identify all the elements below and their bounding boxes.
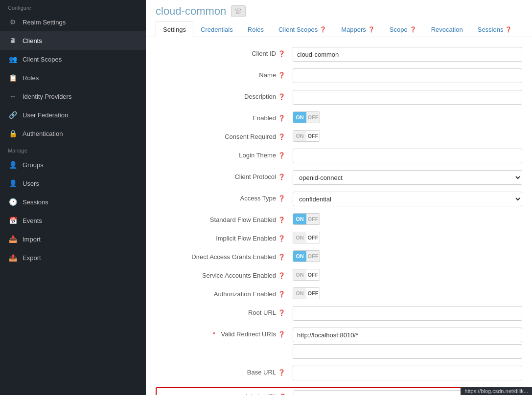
client-protocol-select[interactable]: openid-connect saml (293, 170, 522, 185)
import-icon: 📥 (8, 234, 18, 244)
manage-section-label: Manage (0, 143, 146, 155)
authorization-toggle[interactable]: ON OFF (293, 287, 320, 299)
sessions-help-icon: ❓ (505, 26, 512, 33)
sidebar-item-label: Roles (23, 74, 39, 82)
implicit-flow-toggle[interactable]: ON OFF (293, 232, 320, 243)
direct-access-help-icon[interactable]: ❓ (278, 254, 285, 261)
root-url-help-icon[interactable]: ❓ (278, 309, 285, 316)
client-protocol-field: openid-connect saml (293, 170, 522, 185)
sidebar-item-label: User Federation (23, 111, 68, 119)
sidebar: Configure ⚙ Realm Settings 🖥 Clients 👥 C… (0, 0, 146, 395)
sidebar-item-roles[interactable]: 📋 Roles (0, 68, 146, 87)
sidebar-item-authentication[interactable]: 🔒 Authentication (0, 124, 146, 143)
sidebar-item-client-scopes[interactable]: 👥 Client Scopes (0, 50, 146, 68)
authorization-label: Authorization Enabled ❓ (156, 287, 293, 298)
tab-client-scopes[interactable]: Client Scopes ❓ (271, 22, 334, 37)
user-federation-icon: 🔗 (8, 110, 18, 120)
sidebar-item-identity-providers[interactable]: ↔ Identity Providers (0, 87, 146, 106)
enabled-help-icon[interactable]: ❓ (278, 115, 285, 122)
root-url-input[interactable] (293, 306, 522, 321)
tab-scope[interactable]: Scope ❓ (382, 22, 424, 37)
if-toggle-on: ON (293, 232, 306, 243)
login-theme-input[interactable] (293, 149, 522, 163)
direct-access-toggle[interactable]: ON OFF (293, 250, 320, 262)
enabled-toggle[interactable]: ON OFF (293, 111, 320, 123)
auth-toggle-on: ON (293, 288, 306, 299)
sidebar-item-realm-settings[interactable]: ⚙ Realm Settings (0, 13, 146, 31)
base-url-help-icon[interactable]: ❓ (278, 369, 285, 376)
standard-flow-label: Standard Flow Enabled ❓ (156, 213, 293, 223)
service-accounts-help-icon[interactable]: ❓ (278, 272, 285, 279)
sidebar-item-users[interactable]: 👤 Users (0, 174, 146, 193)
access-type-field: confidential public bearer-only (293, 192, 522, 206)
description-help-icon[interactable]: ❓ (278, 93, 285, 100)
da-toggle-off: OFF (306, 251, 320, 262)
service-accounts-field: ON OFF (293, 269, 522, 281)
description-input[interactable] (293, 90, 522, 105)
tab-roles[interactable]: Roles (240, 22, 271, 37)
sidebar-item-label: Import (23, 236, 41, 243)
sidebar-item-label: Users (23, 180, 39, 187)
implicit-flow-help-icon[interactable]: ❓ (278, 235, 285, 242)
valid-redirect-input-1[interactable] (293, 328, 522, 342)
consent-help-icon[interactable]: ❓ (278, 133, 285, 140)
page-header: cloud-common 🗑 (146, 0, 532, 18)
access-type-help-icon[interactable]: ❓ (278, 195, 285, 202)
base-url-row: Base URL ❓ (156, 366, 522, 380)
service-accounts-toggle[interactable]: ON OFF (293, 269, 320, 281)
description-field (293, 90, 522, 105)
export-icon: 📤 (8, 253, 18, 263)
base-url-field (293, 366, 522, 380)
sidebar-item-export[interactable]: 📤 Export (0, 248, 146, 267)
client-id-label: Client ID ❓ (156, 47, 293, 57)
standard-flow-help-icon[interactable]: ❓ (278, 217, 285, 223)
client-id-help-icon[interactable]: ❓ (278, 50, 285, 57)
tab-settings[interactable]: Settings (156, 22, 193, 37)
sidebar-item-label: Client Scopes (23, 56, 62, 63)
base-url-input[interactable] (293, 366, 522, 380)
consent-field: ON OFF (293, 130, 522, 142)
login-theme-help-icon[interactable]: ❓ (278, 152, 285, 159)
identity-providers-icon: ↔ (8, 91, 18, 101)
authorization-help-icon[interactable]: ❓ (278, 291, 285, 298)
realm-settings-icon: ⚙ (8, 17, 18, 27)
tab-credentials[interactable]: Credentials (193, 22, 240, 37)
redirect-uris-container (293, 328, 522, 359)
client-protocol-help-icon[interactable]: ❓ (278, 174, 285, 180)
scope-help-icon: ❓ (410, 26, 416, 33)
consent-required-row: Consent Required ❓ ON OFF (156, 130, 522, 142)
enabled-label: Enabled ❓ (156, 111, 293, 122)
sidebar-item-events[interactable]: 📅 Events (0, 211, 146, 230)
sidebar-item-label: Events (23, 217, 42, 224)
standard-flow-toggle[interactable]: ON OFF (293, 213, 320, 225)
access-type-select[interactable]: confidential public bearer-only (293, 192, 522, 206)
sidebar-item-label: Groups (23, 161, 44, 169)
tab-sessions[interactable]: Sessions ❓ (470, 22, 520, 37)
sidebar-item-label: Realm Settings (23, 19, 66, 26)
sidebar-item-user-federation[interactable]: 🔗 User Federation (0, 106, 146, 124)
name-help-icon[interactable]: ❓ (278, 72, 285, 79)
sidebar-item-sessions[interactable]: 🕐 Sessions (0, 193, 146, 211)
login-theme-label: Login Theme ❓ (156, 149, 293, 159)
service-accounts-label: Service Accounts Enabled ❓ (156, 269, 293, 279)
login-theme-row: Login Theme ❓ (156, 149, 522, 163)
enabled-row: Enabled ❓ ON OFF (156, 111, 522, 123)
valid-redirect-input-2[interactable] (293, 344, 522, 359)
valid-redirect-help-icon[interactable]: ❓ (278, 331, 285, 338)
client-id-input[interactable] (293, 47, 522, 62)
sidebar-item-label: Export (23, 254, 41, 262)
authorization-field: ON OFF (293, 287, 522, 299)
sidebar-item-groups[interactable]: 👤 Groups (0, 155, 146, 174)
login-theme-field (293, 149, 522, 163)
base-url-label: Base URL ❓ (156, 366, 293, 376)
sidebar-item-import[interactable]: 📥 Import (0, 230, 146, 248)
direct-access-label: Direct Access Grants Enabled ❓ (156, 250, 293, 261)
implicit-flow-label: Implicit Flow Enabled ❓ (156, 232, 293, 242)
consent-toggle[interactable]: ON OFF (293, 130, 320, 142)
name-input[interactable] (293, 68, 522, 83)
delete-client-button[interactable]: 🗑 (231, 5, 246, 17)
sidebar-item-clients[interactable]: 🖥 Clients (0, 31, 146, 50)
tab-mappers[interactable]: Mappers ❓ (334, 22, 382, 37)
admin-url-help-icon[interactable]: ❓ (279, 394, 286, 395)
tab-revocation[interactable]: Revocation (424, 22, 470, 37)
